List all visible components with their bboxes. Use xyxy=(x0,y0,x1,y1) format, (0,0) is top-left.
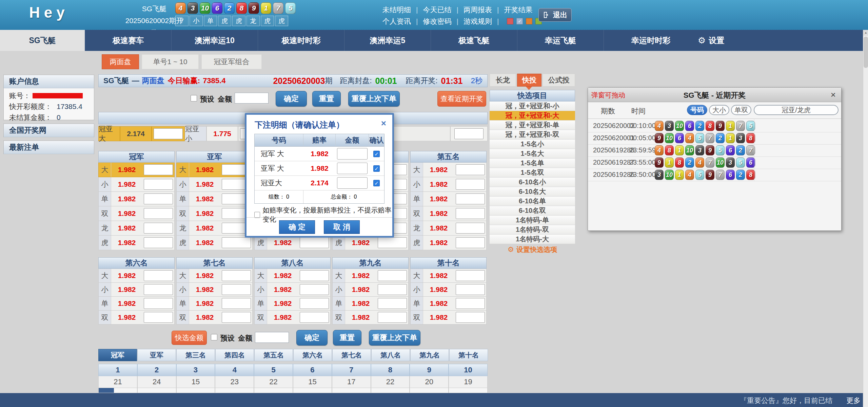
theme-swatch[interactable] xyxy=(507,18,513,24)
bet-cell-第八名-小[interactable]: 小1.982 xyxy=(254,283,331,297)
bet-amount-input[interactable] xyxy=(378,298,407,309)
quick-item[interactable]: 1名特码-双 xyxy=(490,225,575,235)
modal-amount-input[interactable] xyxy=(337,177,368,189)
repeat-last-bet-button-bottom[interactable]: 重覆上次下单 xyxy=(369,330,420,346)
bet-cell-第四名-虎[interactable]: 虎1.982 xyxy=(332,236,409,250)
quick-item[interactable]: 1-5名大 xyxy=(490,149,575,159)
preset-checkbox-bottom[interactable] xyxy=(211,334,217,340)
bet-cell-第六名-双[interactable]: 双1.982 xyxy=(98,311,175,325)
view-recent-draws-button[interactable]: 查看近期开奖 xyxy=(437,91,486,107)
stats-tab-第四名[interactable]: 第四名 xyxy=(215,349,254,361)
scrollbar-thumb[interactable] xyxy=(864,37,868,68)
bet-cell-第五名-单[interactable]: 单1.982 xyxy=(410,192,487,206)
quick-item[interactable]: 1-5名小 xyxy=(490,140,575,149)
bet-amount-input[interactable] xyxy=(456,237,485,248)
bet-cell-第三名-虎[interactable]: 虎1.982 xyxy=(254,236,331,250)
stats-tab-第五名[interactable]: 第五名 xyxy=(254,349,293,361)
modal-cancel-button[interactable]: 取 消 xyxy=(324,220,360,234)
bet-amount-input[interactable] xyxy=(456,208,485,219)
close-icon[interactable]: × xyxy=(831,90,836,100)
bet-cell-第九名-单[interactable]: 单1.982 xyxy=(332,297,409,311)
scrollbar-up-arrow[interactable]: ▲ xyxy=(863,30,868,36)
quick-tab-公式投[interactable]: 公式投 xyxy=(542,74,575,87)
bet-cell-第五名-小[interactable]: 小1.982 xyxy=(410,177,487,192)
bet-cell-亚军-虎[interactable]: 虎1.982 xyxy=(176,236,253,250)
quick-tab-快投[interactable]: 快投 xyxy=(517,74,541,87)
bet-amount-input[interactable] xyxy=(144,179,173,190)
bet-cell-第七名-双[interactable]: 双1.982 xyxy=(176,311,253,325)
national-draws-box[interactable]: 全国开奖网 xyxy=(3,124,94,137)
bet-cell-第十名-单[interactable]: 单1.982 xyxy=(410,297,487,311)
subtab-3[interactable]: 冠亚军组合 xyxy=(201,54,262,69)
quick-amount-button[interactable]: 快选金额 xyxy=(172,331,207,345)
bet-cell-亚军-双[interactable]: 双1.982 xyxy=(176,206,253,221)
filter-pill-大小[interactable]: 大小 xyxy=(709,105,729,115)
bet-amount-input[interactable] xyxy=(456,193,485,204)
recent-draws-panel[interactable]: 弹窗可拖动 SG飞艇 - 近期开奖 × 期数 时间 号码大小单双冠亚/龙虎 20… xyxy=(588,87,842,231)
quick-item[interactable]: 1-5名双 xyxy=(490,168,575,178)
nav-tab-6[interactable]: 极速飞艇 xyxy=(431,30,517,51)
quick-item[interactable]: 1名特码-大 xyxy=(490,235,575,244)
bet-cell-第六名-小[interactable]: 小1.982 xyxy=(98,283,175,297)
header-link[interactable]: 今天已结 xyxy=(423,6,451,14)
bet-amount-input[interactable] xyxy=(222,237,251,248)
bet-cell-第八名-大[interactable]: 大1.982 xyxy=(254,269,331,283)
bet-cell-第六名-单[interactable]: 单1.982 xyxy=(98,297,175,311)
stats-tab-冠军[interactable]: 冠军 xyxy=(98,349,137,361)
bet-amount-input[interactable] xyxy=(300,237,329,248)
stats-tab-第七名[interactable]: 第七名 xyxy=(332,349,371,361)
modal-amount-input[interactable] xyxy=(337,163,368,174)
bet-amount-input[interactable] xyxy=(378,284,407,295)
bet-cell-冠军-虎[interactable]: 虎1.982 xyxy=(98,236,175,250)
preset-checkbox[interactable] xyxy=(191,95,197,101)
bet-amount-input[interactable] xyxy=(378,312,407,323)
nav-settings[interactable]: ⚙ 设置 xyxy=(698,30,724,51)
theme-swatch[interactable]: ✓ xyxy=(516,18,523,24)
latest-bets-box[interactable]: 最新注单 xyxy=(3,141,94,154)
bet-amount-input[interactable] xyxy=(144,193,173,204)
bet-amount-input[interactable] xyxy=(456,298,485,309)
bet-cell-第六名-大[interactable]: 大1.982 xyxy=(98,269,175,283)
modal-amount-input[interactable] xyxy=(337,148,368,160)
bet-amount-input[interactable] xyxy=(456,284,485,295)
bet-cell-第五名-大[interactable]: 大1.982 xyxy=(410,163,487,177)
bet-amount-input[interactable] xyxy=(222,312,251,323)
recent-panel-titlebar[interactable]: 弹窗可拖动 SG飞艇 - 近期开奖 × xyxy=(588,88,841,102)
bet-amount-input[interactable] xyxy=(222,270,251,281)
bet-cell-第七名-小[interactable]: 小1.982 xyxy=(176,283,253,297)
confirm-button-bottom[interactable]: 确定 xyxy=(296,330,328,346)
confirm-button[interactable]: 确定 xyxy=(276,91,307,107)
quick-item[interactable]: 1名特码-单 xyxy=(490,216,575,225)
bet-amount-input[interactable] xyxy=(144,298,173,309)
sum-small-label[interactable]: 冠亚小 xyxy=(185,126,206,141)
page-scrollbar[interactable]: ▲ xyxy=(863,30,868,407)
quick-tab-长龙[interactable]: 长龙 xyxy=(490,74,516,87)
quick-settings-link[interactable]: ⚙ 设置快选选项 xyxy=(490,244,575,255)
quick-item[interactable]: 6-10名双 xyxy=(490,206,575,216)
nav-tab-7[interactable]: 幸运飞艇 xyxy=(517,30,604,51)
bet-cell-第九名-大[interactable]: 大1.982 xyxy=(332,269,409,283)
quick-item[interactable]: 6-10名大 xyxy=(490,187,575,197)
modal-confirm-checkbox[interactable]: ✓ xyxy=(373,180,380,186)
bet-cell-第十名-大[interactable]: 大1.982 xyxy=(410,269,487,283)
preset-amount-input-bottom[interactable] xyxy=(255,332,289,343)
bet-cell-第十名-双[interactable]: 双1.982 xyxy=(410,311,487,325)
subtab-1[interactable]: 两面盘 xyxy=(102,54,139,69)
nav-tab-4[interactable]: 极速时时彩 xyxy=(258,30,344,51)
header-link[interactable]: 开奖结果 xyxy=(504,6,532,14)
subtab-2[interactable]: 单号1 ~ 10 xyxy=(142,54,199,69)
repeat-last-bet-button[interactable]: 重覆上次下单 xyxy=(348,91,400,107)
filter-pill-单双[interactable]: 单双 xyxy=(731,105,751,115)
quick-item[interactable]: 冠，亚+冠亚和-双 xyxy=(490,130,575,140)
theme-swatch[interactable] xyxy=(526,18,532,24)
stats-tab-第三名[interactable]: 第三名 xyxy=(176,349,215,361)
stats-tab-第八名[interactable]: 第八名 xyxy=(371,349,410,361)
bet-amount-input[interactable] xyxy=(222,298,251,309)
quick-item[interactable]: 6-10名单 xyxy=(490,197,575,206)
quick-item[interactable]: 冠，亚+冠亚和-单 xyxy=(490,121,575,130)
bet-amount-input[interactable] xyxy=(456,179,485,190)
bet-amount-input[interactable] xyxy=(222,284,251,295)
nav-tab-8[interactable]: 幸运时时彩 xyxy=(604,30,698,51)
nav-tab-3[interactable]: 澳洲幸运10 xyxy=(171,30,258,51)
reset-button-bottom[interactable]: 重置 xyxy=(333,330,361,346)
